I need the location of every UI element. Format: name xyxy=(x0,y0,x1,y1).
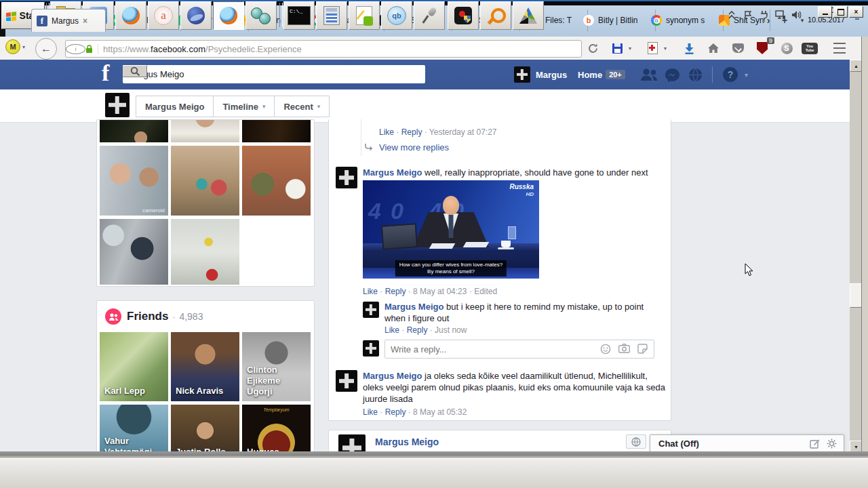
post-author-link[interactable]: Margus Meigo xyxy=(375,436,439,447)
avatar[interactable] xyxy=(336,167,357,188)
avatar[interactable] xyxy=(338,434,366,451)
camera-icon[interactable] xyxy=(618,344,630,353)
view-more-replies[interactable]: View more replies xyxy=(364,142,449,152)
window-minimize-button[interactable] xyxy=(818,6,832,18)
facebook-logo[interactable]: f xyxy=(102,60,109,86)
taskbar-firefox-1[interactable] xyxy=(115,1,146,30)
emoji-icon[interactable] xyxy=(600,344,611,354)
recent-dropdown[interactable]: Recent▾ xyxy=(275,96,329,117)
add-page-button[interactable] xyxy=(644,41,660,56)
taskbar-microphone-app[interactable] xyxy=(414,1,445,30)
friend-tile[interactable]: Justin Rolls xyxy=(171,405,239,451)
https-lock-icon[interactable] xyxy=(85,45,93,54)
photo-thumbnail[interactable] xyxy=(100,219,168,285)
home-link[interactable]: Home 20+ xyxy=(578,60,625,89)
search-input[interactable] xyxy=(123,65,425,83)
taskbar-qbittorrent[interactable]: qb xyxy=(381,1,412,30)
tab-facebook-margus[interactable]: f Margus × xyxy=(31,9,106,32)
like-link[interactable]: Like xyxy=(363,287,378,296)
reply-link[interactable]: Reply xyxy=(385,287,406,296)
like-link[interactable]: Like xyxy=(384,325,399,335)
friends-title[interactable]: Friends xyxy=(127,310,168,323)
show-hidden-icons-button[interactable] xyxy=(726,9,737,20)
comment-timestamp[interactable]: 8 May at 04:23 xyxy=(413,287,467,296)
post-privacy-button[interactable] xyxy=(626,434,646,449)
ublock-button[interactable]: 9 xyxy=(754,41,770,56)
comment-timestamp[interactable]: Yesterday at 07:27 xyxy=(429,127,497,137)
youtube-button[interactable]: YouTube xyxy=(800,41,819,56)
vertical-scrollbar[interactable]: ▲ ▼ xyxy=(850,60,861,451)
profile-shortcut[interactable]: Margus xyxy=(514,60,567,89)
downloads-button[interactable] xyxy=(681,41,697,56)
reply-input[interactable] xyxy=(385,344,600,354)
photo-thumbnail[interactable] xyxy=(171,146,239,216)
taskbar-prism-app[interactable] xyxy=(513,1,544,30)
save-page-button[interactable] xyxy=(609,41,625,56)
like-link[interactable]: Like xyxy=(363,407,378,417)
back-button[interactable]: ← xyxy=(35,38,57,60)
comment-author-link[interactable]: Margus Meigo xyxy=(363,167,422,178)
friend-requests-button[interactable] xyxy=(639,68,658,83)
taskbar-webcam-app[interactable] xyxy=(245,1,277,30)
window-close-button[interactable]: × xyxy=(849,6,863,18)
reply-link[interactable]: Reply xyxy=(401,127,422,137)
taskbar-ares[interactable]: a xyxy=(148,1,179,30)
compose-icon[interactable] xyxy=(810,439,820,449)
photo-thumbnail[interactable] xyxy=(242,146,311,216)
url-bar[interactable]: i https://www.facebook.com/Psychedelic.E… xyxy=(65,40,582,58)
taskbar-recorder[interactable] xyxy=(448,1,479,30)
taskbar-firefox-active[interactable] xyxy=(213,1,244,30)
comment-author-link[interactable]: Margus Meigo xyxy=(384,302,443,312)
comment-author-link[interactable]: Margus Meigo xyxy=(363,371,422,381)
search-button[interactable] xyxy=(123,65,147,77)
speaker-icon[interactable] xyxy=(791,9,802,20)
taskbar-seamonkey[interactable] xyxy=(180,1,212,30)
tab-google-synonym[interactable]: G synonym s xyxy=(646,9,724,31)
s-extension-button[interactable]: S xyxy=(778,41,795,56)
taskbar-notepad-plus[interactable] xyxy=(349,1,380,30)
close-icon[interactable]: × xyxy=(83,16,87,26)
notifications-button[interactable] xyxy=(688,68,703,85)
pocket-button[interactable] xyxy=(730,41,746,56)
timeline-dropdown[interactable]: Timeline▾ xyxy=(214,96,275,117)
messages-button[interactable] xyxy=(665,68,680,85)
comment-timestamp[interactable]: 8 May at 05:32 xyxy=(413,407,467,417)
friend-tile[interactable]: Nick Aravis xyxy=(171,332,239,401)
photo-thumbnail[interactable]: cameroid xyxy=(100,146,168,216)
taskbar-command-prompt[interactable]: C:\_ xyxy=(283,1,315,30)
photo-thumbnail[interactable] xyxy=(242,120,311,142)
chat-bar[interactable]: Chat (Off) xyxy=(650,434,844,451)
avatar[interactable] xyxy=(363,340,379,357)
friend-tile[interactable]: Templaryum Hugues Payens xyxy=(242,405,311,451)
facebook-search[interactable] xyxy=(123,65,425,83)
photo-thumbnail[interactable] xyxy=(171,219,239,285)
taskbar-search-tool[interactable] xyxy=(480,1,511,30)
add-page-dropdown-button[interactable]: ▾ xyxy=(660,41,670,56)
help-button[interactable]: ? xyxy=(723,67,738,82)
friend-tile[interactable]: Karl Lepp xyxy=(100,332,168,401)
window-maximize-button[interactable] xyxy=(833,6,848,18)
reply-link[interactable]: Reply xyxy=(385,407,406,417)
taskbar-calculator[interactable] xyxy=(316,1,347,30)
home-button[interactable] xyxy=(705,41,722,56)
network-icon[interactable] xyxy=(775,9,786,20)
friend-tile[interactable]: Clinton Ejikeme Ugorji xyxy=(242,332,311,401)
profile-name-button[interactable]: Margus Meigo xyxy=(136,96,214,117)
gear-icon[interactable] xyxy=(827,439,837,449)
reply-input-box[interactable] xyxy=(384,340,654,359)
profile-avatar[interactable] xyxy=(105,93,130,117)
avatar[interactable] xyxy=(363,302,379,318)
account-menu-button[interactable]: ▾ xyxy=(745,71,748,79)
action-center-flag-icon[interactable] xyxy=(743,9,753,20)
comment-photo-putin[interactable]: 40 40 Russka HD How can you differ xyxy=(363,180,539,279)
save-dropdown-button[interactable]: ▾ xyxy=(625,41,635,56)
power-plug-icon[interactable] xyxy=(759,9,770,20)
comment-timestamp[interactable]: Just now xyxy=(435,325,467,335)
hamburger-menu-button[interactable] xyxy=(830,41,849,56)
photo-thumbnail[interactable] xyxy=(171,120,239,142)
like-link[interactable]: Like xyxy=(379,127,394,137)
page-info-icon[interactable]: i xyxy=(66,44,85,54)
reply-link[interactable]: Reply xyxy=(407,325,428,335)
friend-tile[interactable]: Vahur Vahtramägi xyxy=(100,405,168,451)
reload-button[interactable] xyxy=(585,41,601,56)
